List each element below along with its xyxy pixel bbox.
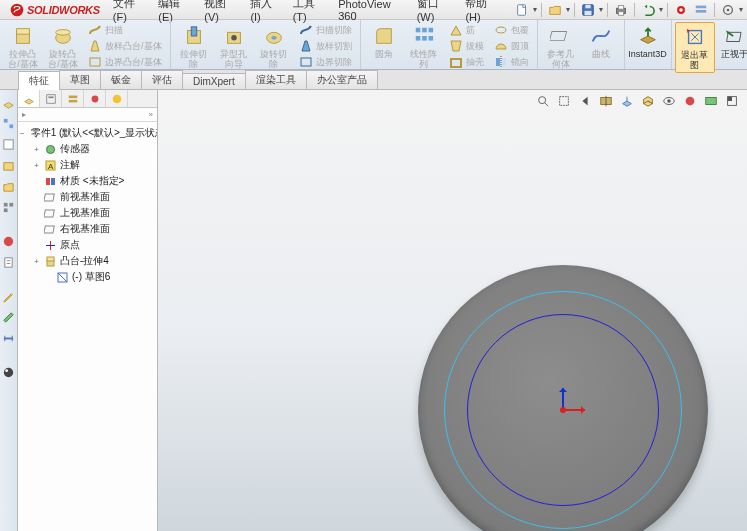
qat-rebuild-button[interactable]: [672, 2, 690, 18]
rail-part-icon[interactable]: [1, 94, 17, 110]
plane-icon: [44, 191, 57, 204]
extrude-boss-button[interactable]: 拉伸凸 台/基体: [3, 22, 43, 71]
fm-tab-config-icon[interactable]: [62, 90, 84, 107]
wrap-button[interactable]: 包覆: [492, 22, 531, 38]
fm-tab-display-icon[interactable]: [106, 90, 128, 107]
rail-library-icon[interactable]: [1, 157, 17, 173]
rail-render-icon[interactable]: [1, 364, 17, 380]
tab-office[interactable]: 办公室产品: [306, 70, 378, 89]
axis-x-icon: [563, 409, 585, 411]
apply-scene-icon[interactable]: [702, 92, 720, 110]
rail-dim-icon[interactable]: [1, 330, 17, 346]
qat-undo-button[interactable]: [639, 2, 657, 18]
zoom-area-icon[interactable]: [555, 92, 573, 110]
svg-point-71: [112, 94, 121, 103]
revolve-cut-button[interactable]: 旋转切 除: [254, 22, 294, 71]
extrude-icon: [44, 255, 57, 268]
display-style-icon[interactable]: [639, 92, 657, 110]
boundary-cut-button[interactable]: 边界切除: [297, 54, 354, 70]
fm-tab-tree-icon[interactable]: [18, 90, 40, 107]
zoom-fit-icon[interactable]: [534, 92, 552, 110]
app-logo: SOLIDWORKS: [4, 3, 106, 17]
svg-rect-15: [17, 29, 30, 35]
part-cylinder[interactable]: [418, 265, 708, 531]
svg-rect-26: [415, 28, 420, 33]
loft-boss-button[interactable]: 放样凸台/基体: [86, 38, 164, 54]
svg-rect-79: [44, 226, 54, 233]
extrude-cut-button[interactable]: 拉伸切 除: [174, 22, 214, 71]
tree-material[interactable]: 材质 <未指定>: [20, 173, 155, 189]
menubar: SOLIDWORKS 文件(F) 编辑(E) 视图(V) 插入(I) 工具(T)…: [0, 0, 747, 20]
rail-drawing-icon[interactable]: [1, 136, 17, 152]
hide-show-icon[interactable]: [660, 92, 678, 110]
tree-right-plane[interactable]: 右视基准面: [20, 221, 155, 237]
tab-features[interactable]: 特征: [18, 71, 60, 90]
boundary-boss-button[interactable]: 边界凸台/基体: [86, 54, 164, 70]
linear-pattern-button[interactable]: 线性阵 列: [404, 22, 444, 71]
svg-line-85: [58, 273, 67, 282]
svg-point-22: [231, 35, 237, 41]
svg-point-45: [667, 99, 671, 103]
draft-button[interactable]: 拔模: [447, 38, 486, 54]
tab-evaluate[interactable]: 评估: [141, 70, 183, 89]
tree-top-plane[interactable]: 上视基准面: [20, 205, 155, 221]
qat-print-button[interactable]: [612, 2, 630, 18]
rail-view-palette-icon[interactable]: [1, 199, 17, 215]
revolve-boss-button[interactable]: 旋转凸 台/基体: [43, 22, 83, 71]
fm-tab-property-icon[interactable]: [40, 90, 62, 107]
loft-cut-button[interactable]: 放样切割: [297, 38, 354, 54]
normal-to-button[interactable]: 正视于: [715, 22, 747, 61]
edit-appearance-icon[interactable]: [681, 92, 699, 110]
tree-origin[interactable]: 原点: [20, 237, 155, 253]
svg-rect-58: [5, 257, 12, 266]
tab-sheetmetal[interactable]: 钣金: [100, 70, 142, 89]
instant3d-button[interactable]: Instant3D: [628, 22, 668, 61]
dome-button[interactable]: 圆顶: [492, 38, 531, 54]
svg-rect-4: [585, 10, 592, 14]
qat-save-button[interactable]: [579, 2, 597, 18]
fm-panel-arrow-icon[interactable]: »: [149, 110, 153, 119]
ribbon: 拉伸凸 台/基体 旋转凸 台/基体 扫描 放样凸台/基体 边界凸台/基体 拉伸切…: [0, 20, 747, 70]
rail-assembly-icon[interactable]: [1, 115, 17, 131]
fm-expand-icon[interactable]: ▸: [22, 110, 26, 119]
view-orient-icon[interactable]: [618, 92, 636, 110]
shell-button[interactable]: 抽壳: [447, 54, 486, 70]
qat-new-button[interactable]: [513, 2, 531, 18]
svg-point-46: [686, 97, 695, 106]
tree-root[interactable]: − 零件1 (默认<<默认>_显示状态: [20, 125, 155, 141]
qat-options-button[interactable]: [692, 2, 710, 18]
svg-rect-25: [301, 58, 311, 66]
tree-annotations[interactable]: + A 注解: [20, 157, 155, 173]
rib-button[interactable]: 筋: [447, 22, 486, 38]
tree-sketch6[interactable]: (-) 草图6: [20, 269, 155, 285]
graphics-viewport[interactable]: [158, 90, 747, 531]
tree-boss-extrude[interactable]: + 凸台-拉伸4: [20, 253, 155, 269]
section-view-icon[interactable]: [597, 92, 615, 110]
sweep-cut-button[interactable]: 扫描切除: [297, 22, 354, 38]
curves-button[interactable]: 曲线: [581, 22, 621, 61]
tree-front-plane[interactable]: 前视基准面: [20, 189, 155, 205]
svg-point-24: [271, 36, 277, 40]
prev-view-icon[interactable]: [576, 92, 594, 110]
tab-dimxpert[interactable]: DimXpert: [182, 73, 246, 89]
tab-sketch[interactable]: 草图: [59, 70, 101, 89]
rail-pencil-icon[interactable]: [1, 288, 17, 304]
tab-render[interactable]: 渲染工具: [245, 70, 307, 89]
reference-geometry-button[interactable]: 参考几 何体: [541, 22, 581, 71]
fm-tab-dimxpert-icon[interactable]: [84, 90, 106, 107]
svg-rect-50: [4, 118, 8, 122]
tree-sensors[interactable]: + 传感器: [20, 141, 155, 157]
view-settings-icon[interactable]: [723, 92, 741, 110]
mirror-button[interactable]: 镜向: [492, 54, 531, 70]
rail-measure-icon[interactable]: [1, 309, 17, 325]
rail-explorer-icon[interactable]: [1, 178, 17, 194]
qat-settings-button[interactable]: [719, 2, 737, 18]
rail-custom-props-icon[interactable]: [1, 254, 17, 270]
sweep-button[interactable]: 扫描: [86, 22, 164, 38]
exit-sketch-button[interactable]: 退出草 图: [675, 22, 715, 73]
origin-point-icon: [560, 407, 566, 413]
rail-appearances-icon[interactable]: [1, 233, 17, 249]
fillet-button[interactable]: 圆角: [364, 22, 404, 61]
hole-wizard-button[interactable]: 异型孔 向导: [214, 22, 254, 71]
qat-open-button[interactable]: [546, 2, 564, 18]
